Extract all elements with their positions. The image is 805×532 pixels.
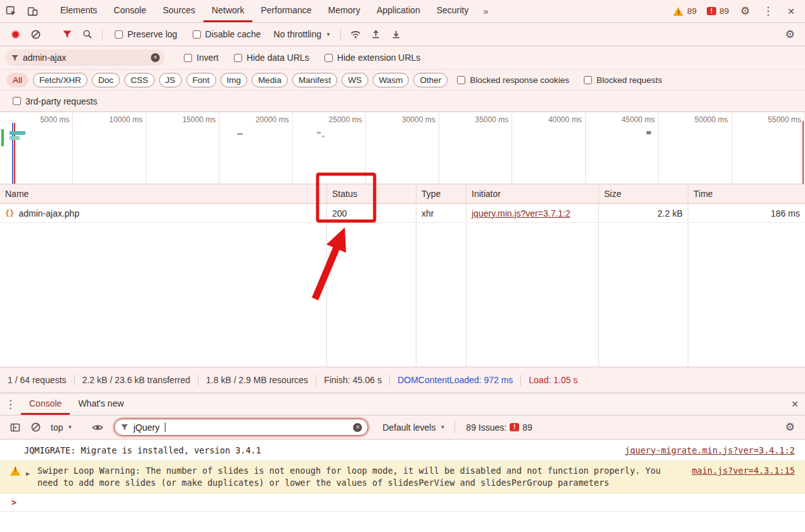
issues-count: 89 (719, 6, 729, 16)
hide-extension-urls-checkbox[interactable]: Hide extension URLs (325, 53, 421, 63)
filter-toggle-icon[interactable] (57, 25, 77, 43)
record-network-log-button[interactable] (5, 25, 25, 43)
more-tabs-icon[interactable]: » (477, 0, 494, 22)
timeline-segment: 10000 ms (73, 112, 146, 184)
network-conditions-icon[interactable] (345, 25, 366, 43)
context-selector-dropdown[interactable]: top ▼ (46, 422, 77, 433)
search-icon[interactable] (77, 25, 98, 43)
issues-counter[interactable]: ! 89 (703, 6, 733, 16)
device-toolbar-icon[interactable] (22, 0, 43, 22)
checkbox-box (193, 30, 201, 39)
warnings-counter[interactable]: ! 89 (669, 6, 700, 16)
clear-filter-icon[interactable]: × (151, 53, 160, 62)
close-devtools-icon[interactable]: ✕ (781, 6, 801, 16)
tab-network[interactable]: Network (203, 0, 252, 22)
import-har-icon[interactable] (366, 25, 386, 43)
devtools-window: Elements Console Sources Network Perform… (0, 0, 805, 532)
chip-css[interactable]: CSS (124, 73, 155, 87)
chip-media[interactable]: Media (252, 73, 288, 87)
chip-manifest[interactable]: Manifest (292, 73, 337, 87)
summary-domcontentloaded: DOMContentLoaded: 972 ms (390, 375, 520, 385)
console-warning-swiper: ! ▶ main.js?ver=4.3.1:15 Swiper Loop War… (0, 461, 805, 493)
throttling-dropdown[interactable]: No throttling ▼ (269, 29, 336, 39)
clear-console-icon[interactable] (25, 419, 46, 436)
chip-wasm[interactable]: Wasm (373, 73, 409, 87)
drawer-tabbar: ⋮ Console What's new ✕ (0, 393, 805, 415)
source-link[interactable]: main.js?ver=4.3.1:15 (692, 465, 795, 477)
summary-requests: 1 / 64 requests (6, 375, 74, 385)
export-har-icon[interactable] (386, 25, 406, 43)
tab-memory[interactable]: Memory (320, 0, 369, 22)
kebab-menu-icon[interactable]: ⋮ (757, 6, 778, 16)
clear-network-log-icon[interactable] (25, 25, 46, 43)
chip-other[interactable]: Other (413, 73, 448, 87)
blocked-response-cookies-checkbox[interactable]: Blocked response cookies (457, 75, 569, 85)
expand-triangle-icon[interactable]: ▶ (26, 467, 30, 489)
chip-img[interactable]: Img (221, 73, 248, 87)
column-header-status[interactable]: Status (327, 184, 416, 203)
checkbox-box (584, 76, 592, 84)
column-header-name[interactable]: Name (0, 184, 327, 203)
waterfall-tick (317, 132, 321, 134)
live-expression-eye-icon[interactable] (87, 419, 108, 436)
column-header-size[interactable]: Size (599, 184, 688, 203)
blocked-requests-checkbox[interactable]: Blocked requests (584, 75, 662, 85)
timeline-end-line (802, 121, 804, 184)
third-party-requests-checkbox[interactable]: 3rd-party requests (13, 96, 98, 106)
drawer-tab-whats-new[interactable]: What's new (70, 393, 132, 415)
chip-all[interactable]: All (6, 73, 29, 87)
chip-fetch-xhr[interactable]: Fetch/XHR (33, 73, 87, 87)
tab-console[interactable]: Console (105, 0, 154, 22)
timeline-segment: 15000 ms (146, 112, 219, 184)
tab-elements[interactable]: Elements (52, 0, 105, 22)
tab-application[interactable]: Application (368, 0, 428, 22)
console-filter-input[interactable]: jQuery × (114, 419, 368, 436)
requests-table-empty-area (0, 223, 805, 367)
chip-doc[interactable]: Doc (92, 73, 120, 87)
settings-gear-icon[interactable]: ⚙ (735, 6, 755, 16)
request-type-filters: All Fetch/XHR Doc CSS JS Font Img Media … (0, 70, 805, 91)
tab-sources[interactable]: Sources (155, 0, 203, 22)
warnings-count: 89 (687, 6, 697, 16)
network-overview-timeline[interactable]: 5000 ms 10000 ms 15000 ms 20000 ms 25000… (0, 112, 805, 184)
checkbox-box (184, 54, 192, 62)
network-filter-input[interactable]: admin-ajax × (5, 49, 165, 66)
request-name-cell[interactable]: {} admin-ajax.php (0, 204, 327, 222)
console-warning-text: main.js?ver=4.3.1:15 Swiper Loop Warning… (37, 465, 795, 489)
close-drawer-icon[interactable]: ✕ (785, 393, 805, 415)
column-header-initiator[interactable]: Initiator (467, 184, 599, 203)
tab-security[interactable]: Security (428, 0, 477, 22)
console-prompt[interactable]: > (0, 493, 805, 512)
column-header-type[interactable]: Type (416, 184, 467, 203)
console-settings-gear-icon[interactable]: ⚙ (780, 422, 800, 433)
chip-ws[interactable]: WS (342, 73, 368, 87)
log-levels-dropdown[interactable]: Default levels ▼ (377, 422, 450, 433)
waterfall-tick (647, 131, 651, 134)
request-row-admin-ajax[interactable]: {} admin-ajax.php 200 xhr jquery.min.js?… (0, 204, 805, 223)
initiator-link[interactable]: jquery.min.js?ver=3.7.1:2 (472, 208, 570, 218)
hide-data-urls-checkbox[interactable]: Hide data URLs (234, 53, 309, 63)
drawer-tab-console[interactable]: Console (21, 393, 70, 415)
chip-js[interactable]: JS (159, 73, 182, 87)
inspect-element-icon[interactable] (0, 0, 22, 22)
invert-checkbox[interactable]: Invert (184, 53, 219, 63)
clear-console-filter-icon[interactable]: × (353, 423, 362, 432)
column-header-time[interactable]: Time (688, 184, 805, 203)
timeline-segment: 50000 ms (659, 112, 731, 184)
console-sidebar-icon[interactable] (5, 419, 25, 436)
checkbox-box (234, 54, 242, 62)
tab-performance[interactable]: Performance (252, 0, 319, 22)
network-summary-bar: 1 / 64 requests 2.2 kB / 23.6 kB transfe… (0, 367, 805, 393)
source-link[interactable]: jquery-migrate.min.js?ver=3.4.1:2 (625, 445, 795, 455)
warning-icon: ! (673, 6, 684, 16)
network-settings-gear-icon[interactable]: ⚙ (780, 29, 800, 40)
console-issues-counter[interactable]: 89 Issues: ! 89 (460, 422, 538, 433)
drawer-kebab-menu-icon[interactable]: ⋮ (0, 393, 21, 415)
disable-cache-checkbox[interactable]: Disable cache (193, 29, 261, 39)
chip-font[interactable]: Font (186, 73, 216, 87)
text-cursor (165, 422, 166, 432)
network-filter-row: admin-ajax × Invert Hide data URLs Hide … (0, 46, 805, 70)
chevron-down-icon: ▼ (67, 424, 72, 430)
waterfall-tick (322, 136, 325, 137)
preserve-log-checkbox[interactable]: Preserve log (115, 29, 177, 39)
